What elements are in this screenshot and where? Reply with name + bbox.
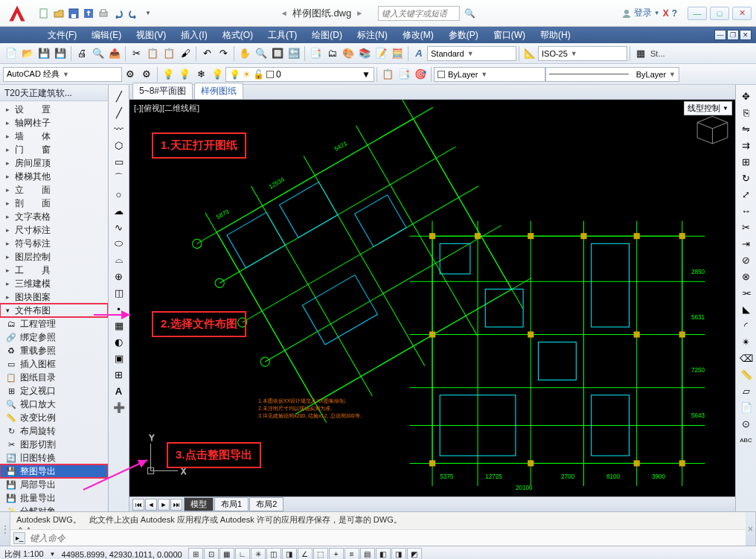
mod-fillet-icon[interactable]: ◜ [738, 317, 755, 333]
sb-sc-icon[interactable]: ◨ [391, 548, 406, 560]
menu-insert[interactable]: 插入(I) [173, 28, 214, 43]
ms-next-icon[interactable]: ► [158, 499, 170, 511]
t20-node-section[interactable]: ▸剖 面 [0, 197, 108, 210]
scale-dropdown-icon[interactable]: ▼ [50, 551, 56, 558]
t20-node-filelayout[interactable]: ▾文件布图 [0, 304, 108, 317]
tb-sheetset-icon[interactable]: 📚 [356, 45, 373, 62]
mod-chamfer-icon[interactable]: ◣ [738, 301, 755, 317]
dimstyle-combo[interactable]: ISO-25 ▼ [538, 46, 627, 61]
mod-stretch-icon[interactable]: ↔ [738, 202, 755, 219]
menu-window[interactable]: 窗口(W) [486, 28, 533, 43]
t20-cmd-viewport[interactable]: ⊞定义视口 [0, 384, 108, 397]
t20-cmd-insertframe[interactable]: ▭插入图框 [0, 357, 108, 371]
tb-zoomrt-icon[interactable]: 🔍 [253, 45, 269, 62]
tb-undo-icon[interactable]: ↶ [199, 45, 215, 62]
mod-explode-icon[interactable]: ✴ [738, 333, 755, 350]
laymatch-icon[interactable]: 🎯 [412, 66, 429, 83]
search-icon[interactable]: 🔍 [464, 8, 475, 19]
mdi-min-button[interactable]: — [714, 30, 726, 40]
sb-osnap-icon[interactable]: ◫ [266, 548, 281, 560]
draw-block-icon[interactable]: ◫ [111, 284, 127, 301]
layer-unisolate-icon[interactable]: 💡 [160, 66, 176, 83]
t20-cmd-exportpart[interactable]: 💾局部导出 [0, 478, 108, 491]
measure-id-icon[interactable]: ⊙ [738, 415, 755, 432]
command-input[interactable] [30, 533, 743, 543]
draw-arc-icon[interactable]: ⌒ [111, 170, 127, 186]
menu-param[interactable]: 参数(P) [441, 28, 486, 43]
tb-markup-icon[interactable]: 📝 [373, 45, 389, 62]
draw-table-icon[interactable]: ⊞ [111, 366, 127, 383]
sb-ducs-icon[interactable]: ⬚ [313, 548, 328, 560]
tb-dimstyle-icon[interactable]: 📐 [522, 45, 538, 62]
mod-join-icon[interactable]: ⫘ [738, 284, 755, 301]
ms-tab-layout2[interactable]: 布局2 [249, 497, 284, 511]
draw-gradient-icon[interactable]: ◐ [111, 333, 127, 350]
maximize-button[interactable]: □ [710, 7, 729, 20]
menu-draw[interactable]: 绘图(D) [304, 28, 350, 43]
ms-first-icon[interactable]: ⏮ [132, 499, 144, 511]
ms-tab-layout1[interactable]: 布局1 [214, 497, 249, 511]
tb-publish-icon[interactable]: 📤 [106, 45, 123, 62]
view-tab-plan[interactable]: 5~8#平面图 [132, 83, 193, 99]
draw-addsel-icon[interactable]: ➕ [111, 399, 127, 415]
t20-cmd-explode[interactable]: ✨分解对象 [0, 505, 108, 511]
tb-zoomwin-icon[interactable]: 🔲 [269, 45, 286, 62]
qat-redo-icon[interactable] [126, 7, 140, 20]
layer-isolate-icon[interactable]: 💡 [176, 66, 193, 83]
t20-cmd-rotate[interactable]: ↻布局旋转 [0, 424, 108, 438]
draw-line-icon[interactable]: ╱ [111, 88, 127, 104]
ms-prev-icon[interactable]: ◄ [145, 499, 157, 511]
tb-dc-icon[interactable]: 🗂 [324, 45, 340, 62]
prev-doc-arrow-icon[interactable]: ◄ [281, 9, 288, 17]
layer-freeze-icon[interactable]: ❄ [193, 66, 209, 83]
measure-area-icon[interactable]: ▱ [738, 383, 755, 399]
mod-breakat-icon[interactable]: ⊗ [738, 268, 755, 284]
draw-mtext-icon[interactable]: A [111, 383, 127, 399]
sb-otrack-icon[interactable]: ∠ [298, 548, 313, 560]
t20-cmd-project[interactable]: 🗂工程管理 [0, 317, 108, 330]
tb-cut-icon[interactable]: ✂ [128, 45, 144, 62]
tb-copy-icon[interactable]: 📋 [144, 45, 161, 62]
mod-rotate-icon[interactable]: ↻ [738, 170, 755, 186]
draw-circle-icon[interactable]: ○ [111, 186, 127, 202]
menu-dim[interactable]: 标注(N) [350, 28, 395, 43]
mod-mirror-icon[interactable]: ⇋ [738, 121, 755, 137]
tb-plot-icon[interactable]: 🖨 [74, 45, 90, 62]
qat-new-icon[interactable] [37, 7, 51, 20]
sb-dyn-icon[interactable]: + [329, 548, 344, 560]
t20-node-door[interactable]: ▸门 窗 [0, 143, 108, 156]
menu-tools[interactable]: 工具(T) [260, 28, 304, 43]
drawing-canvas[interactable]: [-][俯视][二维线框] 线型控制 ▼ [129, 100, 735, 496]
qat-open-icon[interactable] [52, 7, 65, 20]
tb-preview-icon[interactable]: 🔍 [90, 45, 106, 62]
tb-calc-icon[interactable]: 🧮 [389, 45, 406, 62]
sb-qp-icon[interactable]: ◧ [376, 548, 391, 560]
menu-view[interactable]: 视图(V) [129, 28, 173, 43]
t20-node-stair[interactable]: ▸楼梯其他 [0, 170, 108, 183]
layer-combo[interactable]: 💡 ☀ 🔓 0 ▼ [225, 67, 374, 82]
exchange-icon[interactable]: X [663, 8, 669, 19]
menu-help[interactable]: 帮助(H) [533, 28, 578, 43]
tb-redo-icon[interactable]: ↷ [215, 45, 231, 62]
draw-xline-icon[interactable]: ╱ [111, 104, 127, 121]
mod-copy-icon[interactable]: ⎘ [738, 104, 755, 121]
t20-cmd-clip[interactable]: ✂图形切割 [0, 438, 108, 451]
mod-array-icon[interactable]: ⊞ [738, 153, 755, 170]
qat-plot-icon[interactable] [97, 7, 110, 20]
tb-table-icon[interactable]: ▦ [632, 45, 649, 62]
cmd-close-icon[interactable]: × [746, 512, 756, 546]
linetype-combo[interactable]: ByLayer ▼ [545, 67, 679, 82]
sb-snap-icon[interactable]: ⊡ [204, 548, 219, 560]
tb-zoomprev-icon[interactable]: 🔙 [286, 45, 302, 62]
t20-node-setting[interactable]: ▸设 置 [0, 103, 108, 116]
measure-list-icon[interactable]: 📄 [738, 399, 755, 415]
mod-break-icon[interactable]: ⊘ [738, 252, 755, 268]
mdi-restore-button[interactable]: ❐ [727, 30, 739, 40]
status-scale[interactable]: 比例 1:100 [4, 549, 44, 559]
draw-polygon-icon[interactable]: ⬡ [111, 137, 127, 153]
mod-move-icon[interactable]: ✥ [738, 88, 755, 104]
tb-matchprop-icon[interactable]: 🖌 [177, 45, 193, 62]
measure-abc-icon[interactable]: ABC [738, 432, 755, 448]
ms-tab-model[interactable]: 模型 [184, 497, 214, 511]
t20-cmd-exportall[interactable]: 💾整图导出 [0, 464, 108, 478]
